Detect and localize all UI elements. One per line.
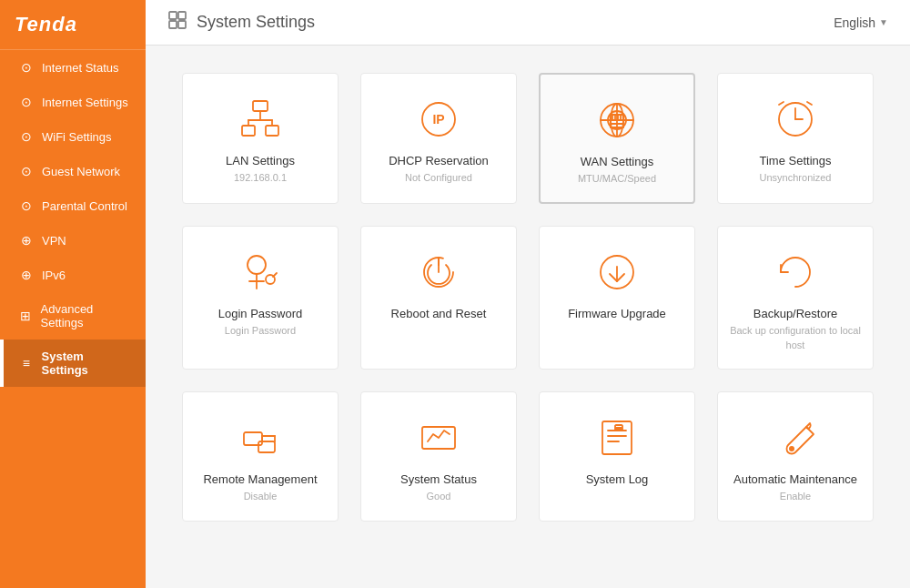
backup-icon [770, 247, 821, 298]
internet-settings-icon: ⊙ [18, 95, 35, 109]
lan-settings-subtitle: 192.168.0.1 [234, 171, 287, 185]
internet-status-icon: ⊙ [18, 60, 35, 75]
sidebar-label: Internet Status [42, 61, 119, 75]
chevron-down-icon: ▼ [879, 17, 888, 27]
svg-rect-40 [244, 432, 262, 445]
time-icon [770, 94, 821, 145]
dhcp-subtitle: Not Configured [405, 171, 472, 185]
sidebar-item-parental-control[interactable]: ⊙ Parental Control [0, 188, 146, 223]
page-title-text: System Settings [197, 13, 315, 32]
sidebar-item-system-settings[interactable]: ≡ System Settings [0, 340, 146, 387]
status-title: System Status [400, 472, 477, 486]
log-title: System Log [586, 472, 649, 486]
maintenance-icon [770, 412, 821, 463]
time-title: Time Settings [760, 154, 832, 167]
content-area: LAN Settings 192.168.0.1 IP DHCP Reserva… [146, 46, 910, 588]
card-system-log[interactable]: System Log [539, 391, 695, 521]
language-selector[interactable]: English ▼ [834, 15, 888, 30]
card-dhcp-reservation[interactable]: IP DHCP Reservation Not Configured [360, 73, 517, 204]
sidebar-label: VPN [42, 234, 66, 248]
svg-line-29 [779, 102, 784, 105]
logo: Tenda [0, 0, 146, 50]
card-reboot-reset[interactable]: Reboot and Reset [360, 226, 517, 370]
settings-icon [167, 10, 187, 35]
sidebar-item-ipv6[interactable]: ⊕ IPv6 [0, 258, 146, 292]
sidebar-item-vpn[interactable]: ⊕ VPN [0, 223, 146, 258]
page-title: System Settings [167, 10, 315, 35]
settings-grid: LAN Settings 192.168.0.1 IP DHCP Reserva… [182, 73, 874, 522]
advanced-icon: ⊞ [18, 309, 34, 323]
svg-point-31 [248, 256, 266, 274]
card-backup-restore[interactable]: Backup/Restore Back up configuration to … [717, 226, 874, 370]
remote-subtitle: Disable [244, 490, 278, 503]
log-icon [592, 412, 642, 463]
backup-title: Backup/Restore [753, 307, 838, 320]
language-label: English [834, 15, 875, 30]
password-title: Login Password [218, 307, 303, 320]
sidebar-item-advanced-settings[interactable]: ⊞ Advanced Settings [0, 292, 146, 340]
card-system-status[interactable]: System Status Good [360, 391, 517, 521]
remote-icon [235, 412, 286, 463]
svg-rect-0 [169, 12, 177, 19]
header: System Settings English ▼ [146, 0, 910, 46]
backup-subtitle: Back up configuration to local host [729, 324, 862, 352]
maintenance-subtitle: Enable [780, 490, 811, 503]
sidebar: Tenda ⊙ Internet Status ⊙ Internet Setti… [0, 0, 146, 588]
card-login-password[interactable]: Login Password Login Password [182, 226, 339, 370]
password-icon [235, 247, 286, 298]
parental-icon: ⊙ [18, 198, 35, 213]
card-time-settings[interactable]: Time Settings Unsynchronized [717, 73, 874, 204]
dhcp-title: DHCP Reservation [389, 154, 489, 167]
firmware-icon [592, 247, 642, 298]
vpn-icon: ⊕ [18, 233, 35, 248]
sidebar-label: IPv6 [42, 269, 66, 282]
sidebar-label: System Settings [42, 350, 131, 377]
ipv6-icon: ⊕ [18, 268, 35, 282]
wan-subtitle: MTU/MAC/Speed [578, 172, 656, 186]
sidebar-label: Guest Network [42, 165, 120, 178]
maintenance-title: Automatic Maintenance [733, 472, 857, 486]
main-area: System Settings English ▼ [146, 0, 910, 588]
remote-title: Remote Management [203, 472, 317, 486]
card-wan-settings[interactable]: WAN Settings MTU/MAC/Speed [539, 73, 695, 204]
firmware-title: Firmware Upgrade [568, 307, 666, 320]
time-subtitle: Unsynchronized [760, 171, 832, 185]
password-subtitle: Login Password [225, 324, 296, 338]
reboot-title: Reboot and Reset [391, 307, 487, 320]
svg-rect-41 [258, 441, 275, 452]
lan-settings-icon [235, 94, 286, 145]
svg-rect-3 [178, 21, 186, 28]
dhcp-icon: IP [413, 94, 464, 145]
svg-rect-46 [602, 421, 632, 454]
wan-title: WAN Settings [581, 155, 653, 168]
wan-icon [592, 95, 642, 146]
svg-rect-4 [253, 101, 268, 111]
card-automatic-maintenance[interactable]: Automatic Maintenance Enable [717, 391, 874, 521]
card-lan-settings[interactable]: LAN Settings 192.168.0.1 [182, 73, 339, 204]
svg-rect-1 [178, 12, 186, 19]
sidebar-label: Parental Control [42, 199, 127, 213]
svg-point-52 [789, 446, 794, 451]
system-icon: ≡ [18, 356, 35, 370]
sidebar-item-wifi-settings[interactable]: ⊙ WiFi Settings [0, 119, 146, 154]
svg-line-35 [273, 273, 277, 277]
svg-text:IP: IP [432, 112, 444, 127]
guest-icon: ⊙ [18, 164, 35, 178]
svg-line-30 [807, 102, 812, 105]
sidebar-label: Advanced Settings [41, 302, 131, 329]
sidebar-label: Internet Settings [42, 96, 128, 109]
sidebar-item-internet-settings[interactable]: ⊙ Internet Settings [0, 85, 146, 119]
svg-rect-5 [242, 126, 255, 136]
sidebar-label: WiFi Settings [42, 130, 112, 144]
status-icon [413, 412, 464, 463]
card-remote-management[interactable]: Remote Management Disable [182, 391, 339, 521]
status-subtitle: Good [427, 490, 451, 503]
reboot-icon [413, 247, 464, 298]
lan-settings-title: LAN Settings [226, 154, 295, 167]
wifi-icon: ⊙ [18, 129, 35, 144]
svg-rect-2 [169, 21, 177, 28]
sidebar-item-internet-status[interactable]: ⊙ Internet Status [0, 50, 146, 85]
svg-rect-6 [266, 126, 278, 136]
sidebar-item-guest-network[interactable]: ⊙ Guest Network [0, 154, 146, 188]
card-firmware-upgrade[interactable]: Firmware Upgrade [539, 226, 695, 370]
